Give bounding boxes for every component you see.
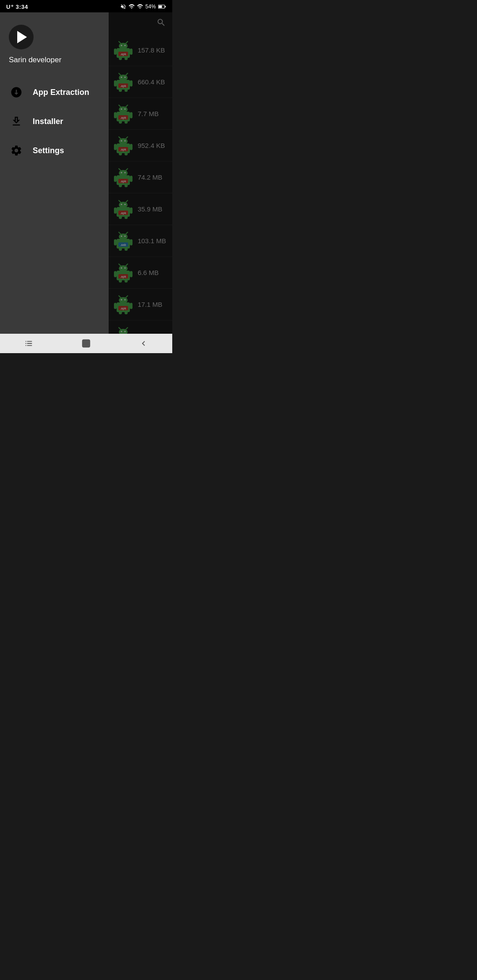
nav-label-app-extraction: App Extraction bbox=[33, 88, 89, 97]
drawer-navigation: App Extraction Installer Settings bbox=[0, 78, 109, 165]
nav-label-settings: Settings bbox=[33, 146, 64, 155]
bottom-navigation bbox=[0, 334, 172, 353]
avatar bbox=[9, 25, 34, 49]
nav-label-installer: Installer bbox=[33, 117, 63, 126]
drawer-overlay[interactable] bbox=[109, 12, 172, 334]
back-button[interactable] bbox=[130, 334, 157, 353]
battery-icon bbox=[158, 4, 166, 9]
status-bar: U⁺ 3:34 54% bbox=[0, 0, 172, 12]
drawer-username: Sarin developer bbox=[9, 56, 61, 64]
recents-button[interactable] bbox=[15, 334, 42, 353]
download-circle-icon bbox=[10, 86, 23, 99]
nav-item-settings[interactable]: Settings bbox=[0, 136, 109, 165]
navigation-drawer[interactable]: Sarin developer App Extraction bbox=[0, 12, 109, 334]
nav-item-installer[interactable]: Installer bbox=[0, 107, 109, 136]
svg-rect-2 bbox=[165, 6, 166, 8]
nav-item-app-extraction[interactable]: App Extraction bbox=[0, 78, 109, 107]
svg-rect-1 bbox=[159, 5, 162, 8]
battery-level: 54% bbox=[145, 4, 156, 10]
gear-icon bbox=[10, 144, 23, 157]
svg-rect-135 bbox=[83, 340, 90, 347]
play-icon bbox=[17, 31, 27, 43]
install-icon bbox=[10, 115, 23, 128]
signal-icon bbox=[137, 4, 143, 10]
wifi-icon bbox=[129, 4, 135, 10]
mute-icon bbox=[120, 4, 126, 10]
app-container: Sarin developer App Extraction bbox=[0, 12, 172, 334]
status-time: U⁺ 3:34 bbox=[6, 4, 28, 10]
drawer-header: Sarin developer bbox=[0, 12, 109, 73]
status-icons: 54% bbox=[120, 4, 166, 10]
home-button[interactable] bbox=[73, 334, 99, 353]
